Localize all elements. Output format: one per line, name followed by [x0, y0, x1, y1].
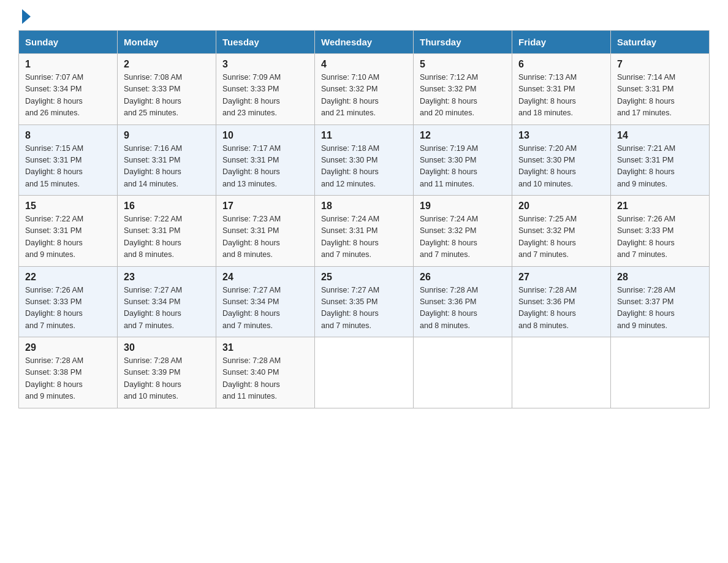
day-number: 12	[420, 130, 506, 141]
day-number: 8	[25, 130, 111, 141]
calendar-cell: 12Sunrise: 7:19 AMSunset: 3:30 PMDayligh…	[414, 124, 512, 196]
calendar-cell: 26Sunrise: 7:28 AMSunset: 3:36 PMDayligh…	[414, 266, 512, 337]
day-info: Sunrise: 7:28 AMSunset: 3:36 PMDaylight:…	[420, 286, 478, 330]
day-number: 4	[321, 59, 407, 70]
calendar-cell	[315, 337, 414, 408]
day-info: Sunrise: 7:27 AMSunset: 3:34 PMDaylight:…	[124, 286, 182, 330]
calendar-table: SundayMondayTuesdayWednesdayThursdayFrid…	[18, 30, 710, 408]
day-number: 3	[222, 59, 308, 70]
calendar-cell: 11Sunrise: 7:18 AMSunset: 3:30 PMDayligh…	[315, 124, 414, 196]
day-info: Sunrise: 7:22 AMSunset: 3:31 PMDaylight:…	[25, 215, 83, 259]
day-number: 14	[617, 130, 703, 141]
calendar-cell: 19Sunrise: 7:24 AMSunset: 3:32 PMDayligh…	[414, 196, 512, 267]
calendar-cell: 15Sunrise: 7:22 AMSunset: 3:31 PMDayligh…	[19, 196, 118, 267]
calendar-cell: 24Sunrise: 7:27 AMSunset: 3:34 PMDayligh…	[216, 266, 315, 337]
weekday-header-monday: Monday	[118, 31, 216, 54]
day-info: Sunrise: 7:25 AMSunset: 3:32 PMDaylight:…	[518, 215, 577, 259]
day-number: 13	[518, 130, 604, 141]
day-info: Sunrise: 7:22 AMSunset: 3:31 PMDaylight:…	[124, 215, 182, 259]
day-info: Sunrise: 7:20 AMSunset: 3:30 PMDaylight:…	[518, 144, 577, 188]
calendar-cell: 5Sunrise: 7:12 AMSunset: 3:32 PMDaylight…	[414, 54, 512, 125]
day-number: 31	[222, 342, 308, 353]
logo-triangle-icon	[22, 9, 31, 24]
day-info: Sunrise: 7:24 AMSunset: 3:32 PMDaylight:…	[420, 215, 478, 259]
day-info: Sunrise: 7:15 AMSunset: 3:31 PMDaylight:…	[25, 144, 83, 188]
calendar-cell: 27Sunrise: 7:28 AMSunset: 3:36 PMDayligh…	[512, 266, 611, 337]
calendar-week-row: 22Sunrise: 7:26 AMSunset: 3:33 PMDayligh…	[19, 266, 710, 337]
weekday-header-friday: Friday	[512, 31, 611, 54]
calendar-week-row: 8Sunrise: 7:15 AMSunset: 3:31 PMDaylight…	[19, 124, 710, 196]
calendar-cell: 9Sunrise: 7:16 AMSunset: 3:31 PMDaylight…	[118, 124, 216, 196]
day-info: Sunrise: 7:28 AMSunset: 3:39 PMDaylight:…	[124, 356, 182, 400]
calendar-cell: 29Sunrise: 7:28 AMSunset: 3:38 PMDayligh…	[19, 337, 118, 408]
calendar-cell: 23Sunrise: 7:27 AMSunset: 3:34 PMDayligh…	[118, 266, 216, 337]
calendar-cell: 18Sunrise: 7:24 AMSunset: 3:31 PMDayligh…	[315, 196, 414, 267]
day-info: Sunrise: 7:26 AMSunset: 3:33 PMDaylight:…	[617, 215, 675, 259]
calendar-cell	[512, 337, 611, 408]
day-info: Sunrise: 7:23 AMSunset: 3:31 PMDaylight:…	[222, 215, 281, 259]
calendar-cell: 22Sunrise: 7:26 AMSunset: 3:33 PMDayligh…	[19, 266, 118, 337]
calendar-cell: 6Sunrise: 7:13 AMSunset: 3:31 PMDaylight…	[512, 54, 611, 125]
day-info: Sunrise: 7:16 AMSunset: 3:31 PMDaylight:…	[124, 144, 182, 188]
calendar-cell: 4Sunrise: 7:10 AMSunset: 3:32 PMDaylight…	[315, 54, 414, 125]
day-info: Sunrise: 7:27 AMSunset: 3:35 PMDaylight:…	[321, 286, 379, 330]
day-number: 1	[25, 59, 111, 70]
calendar-cell: 10Sunrise: 7:17 AMSunset: 3:31 PMDayligh…	[216, 124, 315, 196]
calendar-cell: 8Sunrise: 7:15 AMSunset: 3:31 PMDaylight…	[19, 124, 118, 196]
page-header	[18, 12, 710, 24]
day-number: 19	[420, 201, 506, 212]
day-info: Sunrise: 7:28 AMSunset: 3:40 PMDaylight:…	[222, 356, 281, 400]
day-info: Sunrise: 7:28 AMSunset: 3:38 PMDaylight:…	[25, 356, 83, 400]
calendar-week-row: 29Sunrise: 7:28 AMSunset: 3:38 PMDayligh…	[19, 337, 710, 408]
calendar-week-row: 1Sunrise: 7:07 AMSunset: 3:34 PMDaylight…	[19, 54, 710, 125]
weekday-header-thursday: Thursday	[414, 31, 512, 54]
day-info: Sunrise: 7:12 AMSunset: 3:32 PMDaylight:…	[420, 73, 478, 117]
day-info: Sunrise: 7:19 AMSunset: 3:30 PMDaylight:…	[420, 144, 478, 188]
calendar-cell: 31Sunrise: 7:28 AMSunset: 3:40 PMDayligh…	[216, 337, 315, 408]
calendar-cell: 16Sunrise: 7:22 AMSunset: 3:31 PMDayligh…	[118, 196, 216, 267]
day-info: Sunrise: 7:28 AMSunset: 3:36 PMDaylight:…	[518, 286, 577, 330]
day-info: Sunrise: 7:18 AMSunset: 3:30 PMDaylight:…	[321, 144, 379, 188]
calendar-cell: 13Sunrise: 7:20 AMSunset: 3:30 PMDayligh…	[512, 124, 611, 196]
calendar-cell	[414, 337, 512, 408]
calendar-cell: 3Sunrise: 7:09 AMSunset: 3:33 PMDaylight…	[216, 54, 315, 125]
day-number: 6	[518, 59, 604, 70]
calendar-cell	[611, 337, 710, 408]
day-number: 30	[124, 342, 210, 353]
day-info: Sunrise: 7:13 AMSunset: 3:31 PMDaylight:…	[518, 73, 577, 117]
day-number: 20	[518, 201, 604, 212]
weekday-header-tuesday: Tuesday	[216, 31, 315, 54]
day-number: 17	[222, 201, 308, 212]
weekday-header-sunday: Sunday	[19, 31, 118, 54]
day-number: 11	[321, 130, 407, 141]
day-number: 21	[617, 201, 703, 212]
day-number: 28	[617, 272, 703, 283]
calendar-cell: 25Sunrise: 7:27 AMSunset: 3:35 PMDayligh…	[315, 266, 414, 337]
calendar-cell: 30Sunrise: 7:28 AMSunset: 3:39 PMDayligh…	[118, 337, 216, 408]
weekday-header-saturday: Saturday	[611, 31, 710, 54]
day-info: Sunrise: 7:28 AMSunset: 3:37 PMDaylight:…	[617, 286, 675, 330]
day-number: 7	[617, 59, 703, 70]
day-number: 22	[25, 272, 111, 283]
day-info: Sunrise: 7:24 AMSunset: 3:31 PMDaylight:…	[321, 215, 379, 259]
day-number: 25	[321, 272, 407, 283]
day-info: Sunrise: 7:27 AMSunset: 3:34 PMDaylight:…	[222, 286, 281, 330]
calendar-week-row: 15Sunrise: 7:22 AMSunset: 3:31 PMDayligh…	[19, 196, 710, 267]
calendar-cell: 21Sunrise: 7:26 AMSunset: 3:33 PMDayligh…	[611, 196, 710, 267]
calendar-cell: 1Sunrise: 7:07 AMSunset: 3:34 PMDaylight…	[19, 54, 118, 125]
day-info: Sunrise: 7:21 AMSunset: 3:31 PMDaylight:…	[617, 144, 675, 188]
day-info: Sunrise: 7:09 AMSunset: 3:33 PMDaylight:…	[222, 73, 281, 117]
calendar-cell: 28Sunrise: 7:28 AMSunset: 3:37 PMDayligh…	[611, 266, 710, 337]
day-info: Sunrise: 7:17 AMSunset: 3:31 PMDaylight:…	[222, 144, 281, 188]
day-number: 23	[124, 272, 210, 283]
day-number: 16	[124, 201, 210, 212]
day-info: Sunrise: 7:08 AMSunset: 3:33 PMDaylight:…	[124, 73, 182, 117]
calendar-cell: 14Sunrise: 7:21 AMSunset: 3:31 PMDayligh…	[611, 124, 710, 196]
day-number: 15	[25, 201, 111, 212]
logo	[18, 15, 31, 24]
day-number: 2	[124, 59, 210, 70]
calendar-cell: 7Sunrise: 7:14 AMSunset: 3:31 PMDaylight…	[611, 54, 710, 125]
calendar-cell: 20Sunrise: 7:25 AMSunset: 3:32 PMDayligh…	[512, 196, 611, 267]
day-number: 26	[420, 272, 506, 283]
day-info: Sunrise: 7:26 AMSunset: 3:33 PMDaylight:…	[25, 286, 83, 330]
